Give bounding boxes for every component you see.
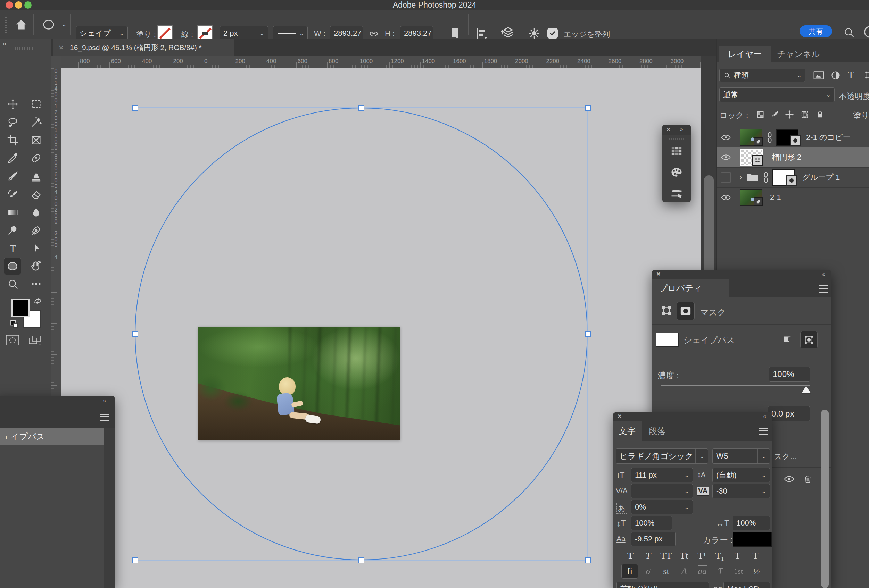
underline-button[interactable]: T <box>730 551 745 561</box>
eraser-tool[interactable] <box>28 186 44 203</box>
tracking-select[interactable]: -30⌄ <box>712 484 770 498</box>
density-slider-thumb[interactable] <box>802 386 811 393</box>
tab-close-icon[interactable]: × <box>59 43 64 52</box>
fractions-button[interactable]: ½ <box>749 564 764 578</box>
layer-name[interactable]: グループ 1 <box>802 172 840 182</box>
help-icon[interactable] <box>864 26 869 38</box>
paths-row-selected[interactable]: ェイプパス <box>0 428 104 445</box>
font-family-select[interactable]: ヒラギノ角ゴシック⌄ <box>616 449 708 464</box>
lock-pixels-icon[interactable] <box>769 109 780 120</box>
layer-row-1[interactable]: 楕円形 2 <box>716 147 869 167</box>
stroke-width-select[interactable]: 2 px⌄ <box>219 26 268 41</box>
contextual-alternates-button[interactable]: σ <box>640 564 656 578</box>
character-close-icon[interactable]: × <box>618 412 622 420</box>
options-grip[interactable] <box>5 16 7 33</box>
add-mask-icon[interactable] <box>782 333 796 346</box>
home-icon[interactable] <box>14 18 28 31</box>
tab-character[interactable]: 文字 <box>613 421 642 441</box>
type-tool[interactable]: T <box>4 240 21 257</box>
select-and-mask-partial-label[interactable]: スク... <box>774 451 797 462</box>
font-style-select[interactable]: W5⌄ <box>712 449 770 464</box>
properties-scrollbar-thumb[interactable] <box>821 410 829 588</box>
quick-mask-icon[interactable] <box>5 334 20 347</box>
feather-value-box[interactable]: 0.0 px <box>768 406 810 421</box>
magic-wand-tool[interactable] <box>28 114 44 130</box>
color-panel-icon[interactable] <box>670 166 684 179</box>
gradient-tool[interactable] <box>4 204 21 221</box>
strikethrough-button[interactable]: T <box>748 551 763 561</box>
mask-link-icon[interactable] <box>762 172 770 183</box>
paths-menu-icon[interactable] <box>100 414 109 421</box>
blur-tool[interactable] <box>28 204 44 221</box>
layer-thumbnail[interactable] <box>740 129 762 146</box>
screen-mode-icon[interactable] <box>27 334 42 347</box>
layer-filter-select[interactable]: 種類⌄ <box>719 69 805 82</box>
layer-row-2[interactable]: › グループ 1 <box>716 167 869 188</box>
transform-properties-icon[interactable] <box>659 304 674 318</box>
density-slider-track[interactable] <box>661 385 810 386</box>
collapse-tools-icon[interactable]: « <box>3 40 7 47</box>
path-alignment-button[interactable] <box>474 26 490 41</box>
spot-healing-tool[interactable] <box>28 150 44 167</box>
eyedropper-tool[interactable] <box>4 150 21 167</box>
anti-alias-select[interactable]: Mac LCD⌄ <box>724 582 770 588</box>
layer-row-0[interactable]: 2-1 のコピー <box>716 127 869 148</box>
hand-tool[interactable] <box>28 258 44 274</box>
faux-bold-button[interactable]: T <box>623 551 638 561</box>
history-brush-tool[interactable] <box>4 186 21 203</box>
character-menu-icon[interactable] <box>759 428 768 435</box>
filter-adjustment-icon[interactable] <box>830 70 842 81</box>
default-colors-icon[interactable] <box>9 318 19 329</box>
filter-image-icon[interactable] <box>813 70 825 80</box>
subscript-button[interactable]: T₁ <box>712 551 727 561</box>
stroke-style-select[interactable]: ⌄ <box>273 26 308 41</box>
mini-panel-expand-icon[interactable]: » <box>680 126 683 133</box>
properties-close-icon[interactable]: × <box>657 270 661 278</box>
width-input[interactable]: 2893.27 <box>330 26 363 41</box>
blend-mode-select[interactable]: 通常⌄ <box>719 87 835 102</box>
tab-paragraph[interactable]: 段落 <box>642 421 673 441</box>
horizontal-scale-input[interactable]: 100% <box>733 516 770 530</box>
faux-italic-button[interactable]: T <box>641 551 656 561</box>
small-caps-button[interactable]: Tt <box>676 551 691 561</box>
visibility-toggle[interactable] <box>716 187 735 207</box>
gear-icon[interactable] <box>526 26 542 41</box>
text-color-swatch[interactable] <box>733 532 772 547</box>
zoom-tool[interactable] <box>4 275 21 292</box>
tab-layers[interactable]: レイヤー <box>719 46 771 62</box>
mini-panel-close-icon[interactable]: × <box>666 126 670 133</box>
group-expand-chevron-icon[interactable]: › <box>740 173 742 182</box>
lock-transparency-icon[interactable] <box>755 109 766 120</box>
tool-preset-chevron-icon[interactable]: ⌄ <box>59 21 66 28</box>
layer-mask-thumbnail[interactable] <box>776 129 798 146</box>
brushes-panel-icon[interactable] <box>670 187 684 201</box>
mask-enable-eye-icon[interactable] <box>782 474 796 484</box>
more-tools-icon[interactable] <box>28 275 44 292</box>
pen-tool[interactable] <box>28 222 44 239</box>
layer-name[interactable]: 2-1 のコピー <box>806 132 850 143</box>
tab-channels[interactable]: チャンネル <box>771 46 826 62</box>
visibility-toggle[interactable] <box>716 167 735 187</box>
paths-collapse-icon[interactable]: « <box>103 397 106 404</box>
move-tool[interactable] <box>4 96 21 113</box>
ellipse-tool[interactable] <box>4 258 21 275</box>
height-input[interactable]: 2893.27 <box>400 26 433 41</box>
rectangular-marquee-tool[interactable] <box>28 96 44 113</box>
kerning-select[interactable]: ⌄ <box>631 484 693 498</box>
discretionary-ligatures-button[interactable]: st <box>658 564 674 578</box>
swap-colors-icon[interactable] <box>32 296 44 306</box>
search-icon[interactable] <box>842 25 856 39</box>
ordinals-button[interactable]: 1st <box>730 564 746 578</box>
vertical-scale-input[interactable]: 100% <box>631 516 672 530</box>
lasso-tool[interactable] <box>4 114 21 130</box>
lock-all-icon[interactable] <box>814 108 826 120</box>
shape-mask-button[interactable] <box>800 331 818 348</box>
stylistic-alternates-button[interactable]: aa <box>694 564 710 578</box>
visibility-toggle[interactable] <box>716 147 735 167</box>
mask-properties-button[interactable] <box>676 302 695 320</box>
shape-mode-select[interactable]: シェイプ⌄ <box>76 26 128 41</box>
frame-tool[interactable] <box>28 132 44 148</box>
share-button[interactable]: 共有 <box>799 25 832 37</box>
path-selection-tool[interactable] <box>28 240 44 257</box>
layer-row-3[interactable]: 2-1 <box>716 187 869 208</box>
